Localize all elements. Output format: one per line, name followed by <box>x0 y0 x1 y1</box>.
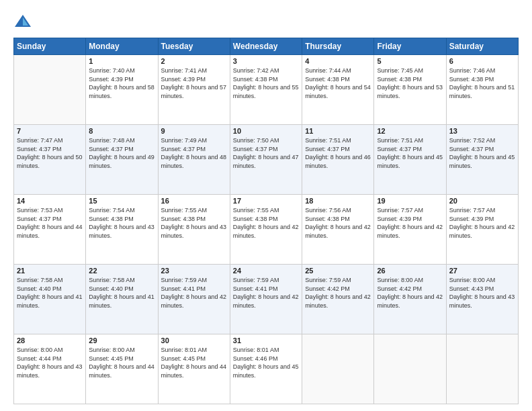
calendar-week: 7 Sunrise: 7:47 AMSunset: 4:37 PMDayligh… <box>14 125 519 195</box>
day-number: 6 <box>449 57 515 65</box>
calendar-day <box>14 55 86 125</box>
day-info: Sunrise: 7:48 AMSunset: 4:37 PMDaylight:… <box>89 137 154 169</box>
day-info: Sunrise: 7:46 AMSunset: 4:38 PMDaylight:… <box>449 67 515 99</box>
calendar-day <box>374 334 446 404</box>
day-number: 12 <box>377 127 443 135</box>
weekday-header-cell: Wednesday <box>230 38 302 55</box>
calendar-day <box>302 334 374 404</box>
day-number: 18 <box>305 197 371 205</box>
day-number: 22 <box>89 267 154 275</box>
day-info: Sunrise: 8:00 AMSunset: 4:42 PMDaylight:… <box>377 277 443 309</box>
calendar-week: 28 Sunrise: 8:00 AMSunset: 4:44 PMDaylig… <box>14 334 519 404</box>
day-number: 2 <box>161 57 227 65</box>
calendar-day: 2 Sunrise: 7:41 AMSunset: 4:39 PMDayligh… <box>158 55 230 125</box>
calendar-day: 23 Sunrise: 7:59 AMSunset: 4:41 PMDaylig… <box>158 265 230 334</box>
day-number: 24 <box>233 267 299 275</box>
day-info: Sunrise: 7:59 AMSunset: 4:42 PMDaylight:… <box>305 277 371 309</box>
calendar-day: 16 Sunrise: 7:55 AMSunset: 4:38 PMDaylig… <box>158 195 230 265</box>
weekday-header-cell: Tuesday <box>158 38 230 55</box>
calendar-day: 31 Sunrise: 8:01 AMSunset: 4:46 PMDaylig… <box>230 334 302 404</box>
day-number: 10 <box>233 127 299 135</box>
day-number: 21 <box>17 267 83 275</box>
calendar-day: 11 Sunrise: 7:51 AMSunset: 4:37 PMDaylig… <box>302 125 374 195</box>
calendar-day: 12 Sunrise: 7:51 AMSunset: 4:37 PMDaylig… <box>374 125 446 195</box>
calendar-day: 29 Sunrise: 8:00 AMSunset: 4:45 PMDaylig… <box>86 334 158 404</box>
day-info: Sunrise: 7:51 AMSunset: 4:37 PMDaylight:… <box>305 137 371 169</box>
day-info: Sunrise: 7:44 AMSunset: 4:38 PMDaylight:… <box>305 67 371 99</box>
calendar: SundayMondayTuesdayWednesdayThursdayFrid… <box>13 38 519 404</box>
day-info: Sunrise: 7:53 AMSunset: 4:37 PMDaylight:… <box>17 207 83 239</box>
day-number: 23 <box>161 267 227 275</box>
day-info: Sunrise: 7:57 AMSunset: 4:39 PMDaylight:… <box>377 207 443 239</box>
day-info: Sunrise: 7:54 AMSunset: 4:38 PMDaylight:… <box>89 207 154 239</box>
calendar-week: 1 Sunrise: 7:40 AMSunset: 4:39 PMDayligh… <box>14 55 519 125</box>
calendar-day: 10 Sunrise: 7:50 AMSunset: 4:37 PMDaylig… <box>230 125 302 195</box>
day-number: 27 <box>449 267 515 275</box>
day-number: 7 <box>17 127 83 135</box>
day-number: 11 <box>305 127 371 135</box>
day-info: Sunrise: 7:40 AMSunset: 4:39 PMDaylight:… <box>89 67 154 99</box>
calendar-day: 21 Sunrise: 7:58 AMSunset: 4:40 PMDaylig… <box>14 265 86 334</box>
day-info: Sunrise: 8:01 AMSunset: 4:46 PMDaylight:… <box>233 347 299 379</box>
header <box>13 12 519 31</box>
calendar-day: 6 Sunrise: 7:46 AMSunset: 4:38 PMDayligh… <box>446 55 518 125</box>
day-info: Sunrise: 7:51 AMSunset: 4:37 PMDaylight:… <box>377 137 443 169</box>
day-number: 20 <box>449 197 515 205</box>
logo <box>13 12 35 31</box>
day-info: Sunrise: 7:55 AMSunset: 4:38 PMDaylight:… <box>233 207 299 239</box>
calendar-day: 22 Sunrise: 7:58 AMSunset: 4:40 PMDaylig… <box>86 265 158 334</box>
calendar-day: 5 Sunrise: 7:45 AMSunset: 4:38 PMDayligh… <box>374 55 446 125</box>
calendar-day: 27 Sunrise: 8:00 AMSunset: 4:43 PMDaylig… <box>446 265 518 334</box>
calendar-day: 4 Sunrise: 7:44 AMSunset: 4:38 PMDayligh… <box>302 55 374 125</box>
calendar-day: 9 Sunrise: 7:49 AMSunset: 4:37 PMDayligh… <box>158 125 230 195</box>
day-number: 26 <box>377 267 443 275</box>
calendar-day: 3 Sunrise: 7:42 AMSunset: 4:38 PMDayligh… <box>230 55 302 125</box>
page: SundayMondayTuesdayWednesdayThursdayFrid… <box>0 0 532 411</box>
day-number: 28 <box>17 336 83 345</box>
day-info: Sunrise: 8:00 AMSunset: 4:45 PMDaylight:… <box>89 347 154 379</box>
day-info: Sunrise: 7:59 AMSunset: 4:41 PMDaylight:… <box>233 277 299 309</box>
day-number: 14 <box>17 197 83 205</box>
day-number: 30 <box>161 336 227 345</box>
weekday-header-cell: Monday <box>86 38 158 55</box>
weekday-header-cell: Friday <box>374 38 446 55</box>
weekday-header-cell: Saturday <box>446 38 518 55</box>
day-info: Sunrise: 7:58 AMSunset: 4:40 PMDaylight:… <box>17 277 83 309</box>
calendar-day: 19 Sunrise: 7:57 AMSunset: 4:39 PMDaylig… <box>374 195 446 265</box>
day-number: 16 <box>161 197 227 205</box>
day-number: 5 <box>377 57 443 65</box>
calendar-day: 30 Sunrise: 8:01 AMSunset: 4:45 PMDaylig… <box>158 334 230 404</box>
calendar-day: 1 Sunrise: 7:40 AMSunset: 4:39 PMDayligh… <box>86 55 158 125</box>
day-number: 9 <box>161 127 227 135</box>
day-number: 19 <box>377 197 443 205</box>
calendar-day: 24 Sunrise: 7:59 AMSunset: 4:41 PMDaylig… <box>230 265 302 334</box>
calendar-day: 17 Sunrise: 7:55 AMSunset: 4:38 PMDaylig… <box>230 195 302 265</box>
weekday-header-cell: Thursday <box>302 38 374 55</box>
day-info: Sunrise: 7:52 AMSunset: 4:37 PMDaylight:… <box>449 137 515 169</box>
calendar-week: 14 Sunrise: 7:53 AMSunset: 4:37 PMDaylig… <box>14 195 519 265</box>
weekday-header-cell: Sunday <box>14 38 86 55</box>
day-info: Sunrise: 7:42 AMSunset: 4:38 PMDaylight:… <box>233 67 299 99</box>
calendar-day: 15 Sunrise: 7:54 AMSunset: 4:38 PMDaylig… <box>86 195 158 265</box>
calendar-body: 1 Sunrise: 7:40 AMSunset: 4:39 PMDayligh… <box>14 55 519 404</box>
calendar-day: 14 Sunrise: 7:53 AMSunset: 4:37 PMDaylig… <box>14 195 86 265</box>
day-number: 8 <box>89 127 154 135</box>
day-number: 25 <box>305 267 371 275</box>
day-info: Sunrise: 8:00 AMSunset: 4:44 PMDaylight:… <box>17 347 83 379</box>
day-info: Sunrise: 7:59 AMSunset: 4:41 PMDaylight:… <box>161 277 227 309</box>
calendar-day <box>446 334 518 404</box>
day-info: Sunrise: 8:00 AMSunset: 4:43 PMDaylight:… <box>449 277 515 309</box>
day-info: Sunrise: 8:01 AMSunset: 4:45 PMDaylight:… <box>161 347 227 379</box>
calendar-day: 8 Sunrise: 7:48 AMSunset: 4:37 PMDayligh… <box>86 125 158 195</box>
day-info: Sunrise: 7:45 AMSunset: 4:38 PMDaylight:… <box>377 67 443 99</box>
calendar-week: 21 Sunrise: 7:58 AMSunset: 4:40 PMDaylig… <box>14 265 519 334</box>
calendar-day: 26 Sunrise: 8:00 AMSunset: 4:42 PMDaylig… <box>374 265 446 334</box>
day-number: 3 <box>233 57 299 65</box>
logo-icon <box>13 12 32 31</box>
day-number: 13 <box>449 127 515 135</box>
day-info: Sunrise: 7:41 AMSunset: 4:39 PMDaylight:… <box>161 67 227 99</box>
day-number: 31 <box>233 336 299 345</box>
day-info: Sunrise: 7:49 AMSunset: 4:37 PMDaylight:… <box>161 137 227 169</box>
calendar-day: 28 Sunrise: 8:00 AMSunset: 4:44 PMDaylig… <box>14 334 86 404</box>
calendar-day: 20 Sunrise: 7:57 AMSunset: 4:39 PMDaylig… <box>446 195 518 265</box>
